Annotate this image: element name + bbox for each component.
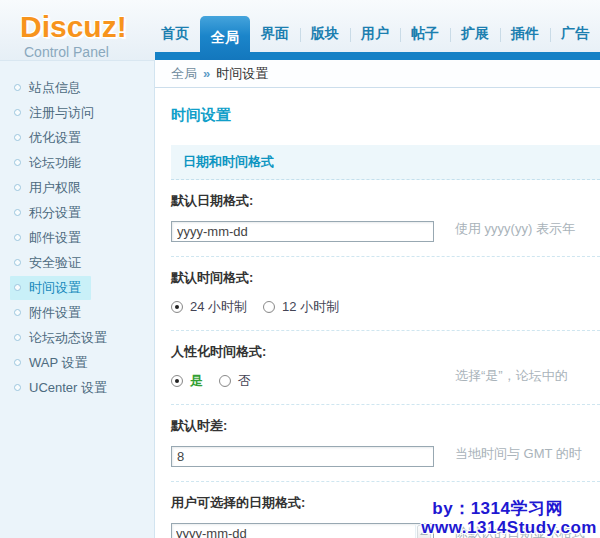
main-content: 时间设置 日期和时间格式 默认日期格式: 使用 yyyy(yy) 表示年 默认时… — [156, 88, 600, 538]
tab-extend[interactable]: 扩展 — [450, 25, 500, 52]
breadcrumb-current: 时间设置 — [216, 65, 268, 83]
sidebar-item-forum-dynamics[interactable]: 论坛动态设置 — [10, 325, 154, 350]
circle-bullet-icon — [14, 359, 21, 366]
circle-bullet-icon — [14, 209, 21, 216]
discuz-admin-page: Discuz! Control Panel 首页 全局 界面 版块 用户 帖子 … — [0, 0, 600, 538]
section-header: 日期和时间格式 — [171, 145, 600, 180]
sidebar-item-forum-features[interactable]: 论坛功能 — [10, 150, 154, 175]
field-label: 人性化时间格式: — [171, 343, 600, 361]
logo-subtitle: Control Panel — [20, 44, 155, 60]
sidebar-item-register-access[interactable]: 注册与访问 — [10, 100, 154, 125]
circle-bullet-icon — [14, 109, 21, 116]
top-nav: 首页 全局 界面 版块 用户 帖子 扩展 插件 广告 — [150, 8, 600, 52]
field-humanized-time-format: 人性化时间格式: 是 否 选择“是”，论坛中的 — [171, 331, 600, 405]
logo-block: Discuz! Control Panel — [20, 12, 155, 60]
field-hint: 当地时间与 GMT 的时 — [455, 445, 582, 463]
sidebar: 站点信息 注册与访问 优化设置 论坛功能 用户权限 积分设置 邮件设置 安全验证… — [0, 60, 155, 538]
radio-icon[interactable] — [219, 375, 231, 387]
time-offset-input[interactable] — [171, 446, 434, 467]
circle-bullet-icon — [14, 259, 21, 266]
field-default-time-offset: 默认时差: 当地时间与 GMT 的时 — [171, 405, 600, 482]
field-hint-lines: 除默认的日期显示格式 一种格式。例如 yyy 大/缩 — [455, 520, 588, 538]
header: Discuz! Control Panel 首页 全局 界面 版块 用户 帖子 … — [0, 0, 600, 60]
breadcrumb-separator: » — [203, 66, 210, 81]
circle-bullet-icon — [14, 159, 21, 166]
field-label: 用户可选择的日期格式: — [171, 494, 600, 512]
circle-bullet-icon — [14, 134, 21, 141]
field-label: 默认时差: — [171, 417, 600, 435]
radio-yes[interactable]: 是 — [171, 372, 203, 390]
radio-24-hour[interactable]: 24 小时制 — [171, 298, 247, 316]
tab-forums[interactable]: 版块 — [300, 25, 350, 52]
field-selectable-date-formats: 用户可选择的日期格式: yyyy-mm-dd yyyy/mm/dd dd-mm-… — [171, 482, 600, 538]
sidebar-item-wap[interactable]: WAP 设置 — [10, 350, 154, 375]
field-hint: 选择“是”，论坛中的 — [455, 367, 568, 385]
radio-icon[interactable] — [263, 301, 275, 313]
circle-bullet-icon — [14, 334, 21, 341]
sidebar-item-user-permissions[interactable]: 用户权限 — [10, 175, 154, 200]
radio-icon[interactable] — [171, 375, 183, 387]
sidebar-item-ucenter[interactable]: UCenter 设置 — [10, 375, 154, 400]
sidebar-item-email[interactable]: 邮件设置 — [10, 225, 154, 250]
circle-bullet-icon — [14, 84, 21, 91]
circle-bullet-icon — [14, 234, 21, 241]
sidebar-item-site-info[interactable]: 站点信息 — [10, 75, 154, 100]
sidebar-item-time-settings[interactable]: 时间设置 — [10, 275, 154, 300]
sidebar-item-optimization[interactable]: 优化设置 — [10, 125, 154, 150]
scroll-up-button[interactable] — [417, 525, 431, 538]
field-label: 默认时间格式: — [171, 269, 600, 287]
radio-12-hour[interactable]: 12 小时制 — [263, 298, 339, 316]
date-formats-textarea[interactable]: yyyy-mm-dd yyyy/mm/dd dd-mm-yyyy dd/mm/y… — [171, 523, 434, 538]
radio-icon[interactable] — [171, 301, 183, 313]
sidebar-item-security[interactable]: 安全验证 — [10, 250, 154, 275]
circle-bullet-icon — [14, 384, 21, 391]
circle-bullet-icon — [14, 184, 21, 191]
radio-no[interactable]: 否 — [219, 372, 251, 390]
field-hint: 使用 yyyy(yy) 表示年 — [455, 220, 575, 238]
hint-line: 除默认的日期显示格式 — [455, 520, 588, 538]
page-title: 时间设置 — [171, 106, 600, 125]
time-format-radio-group: 24 小时制 12 小时制 — [171, 298, 600, 316]
tab-ads[interactable]: 广告 — [550, 25, 600, 52]
sidebar-item-credits[interactable]: 积分设置 — [10, 200, 154, 225]
tab-posts[interactable]: 帖子 — [400, 25, 450, 52]
field-default-date-format: 默认日期格式: 使用 yyyy(yy) 表示年 — [171, 180, 600, 257]
tab-users[interactable]: 用户 — [350, 25, 400, 52]
textarea-content: yyyy-mm-dd yyyy/mm/dd dd-mm-yyyy dd/mm/y… — [176, 525, 413, 538]
field-default-time-format: 默认时间格式: 24 小时制 12 小时制 — [171, 257, 600, 331]
textarea-scrollbar[interactable] — [415, 525, 432, 538]
tab-global[interactable]: 全局 — [200, 16, 250, 60]
default-date-format-input[interactable] — [171, 221, 434, 242]
breadcrumb-section[interactable]: 全局 — [171, 65, 197, 83]
circle-bullet-icon — [14, 309, 21, 316]
discuz-logo: Discuz! — [20, 12, 155, 42]
breadcrumb: 全局 » 时间设置 — [155, 60, 600, 88]
field-label: 默认日期格式: — [171, 192, 600, 210]
circle-bullet-icon — [14, 284, 21, 291]
tab-plugins[interactable]: 插件 — [500, 25, 550, 52]
sidebar-item-attachments[interactable]: 附件设置 — [10, 300, 154, 325]
tab-home[interactable]: 首页 — [150, 25, 200, 52]
chevron-up-icon — [420, 530, 428, 535]
tab-interface[interactable]: 界面 — [250, 25, 300, 52]
